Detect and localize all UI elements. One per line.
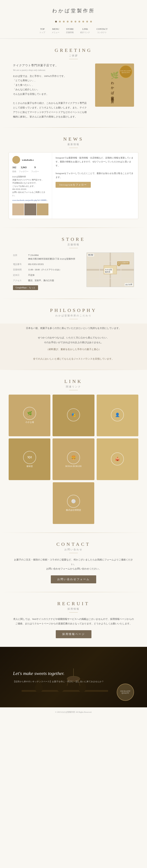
contact-section: CONTACT お問い合わせ お菓子のご注文・個別のご依頼・コラボのご提案など、… xyxy=(0,533,147,592)
nav-contact-en: CONTACT xyxy=(96,28,108,30)
link-item-7-inner: ⚪ 株式会社明明堂 xyxy=(66,495,81,512)
link-icon-5: 🍔 xyxy=(71,455,76,460)
link-icon-circle-6: 🎪 xyxy=(111,453,124,465)
greeting-heading: テイクアウト専門洋菓子店です。 xyxy=(13,63,89,67)
store-info: 住所 〒216-0004神奈川県川崎市宮前区鷺沼1丁目 わかば堂製作所 電話番号… xyxy=(13,252,82,290)
link-item-4[interactable]: 🍽 食味堂 xyxy=(9,438,50,480)
dot-7 xyxy=(79,21,80,23)
recruit-section: RECRUIT 採用情報 求人に関しては、Webサイトのリクナビや就職情報サービ… xyxy=(0,592,147,647)
nav-top-jp: トップ xyxy=(39,31,45,34)
link-item-5[interactable]: 🍔 BOSSA BURGER xyxy=(53,438,94,480)
news-title-en: NEWS xyxy=(0,136,147,142)
store-address-row: 住所 〒216-0004神奈川県川崎市宮前区鷺沼1丁目 わかば堂製作所 xyxy=(13,252,82,261)
store-map: ★ わかば堂製作所 鷺沼駅 あざみ野 わかば堂製作所 xyxy=(86,252,134,290)
nav-top[interactable]: TOP トップ xyxy=(39,27,45,34)
store-content: 住所 〒216-0004神奈川県川崎市宮前区鷺沼1丁目 わかば堂製作所 電話番号… xyxy=(13,252,134,290)
link-item-2[interactable]: 🎭 xyxy=(53,395,94,436)
map-label-2: あざみ野 xyxy=(125,283,133,286)
instagram-handle: wakabado.s xyxy=(22,158,34,161)
instagram-profile: wakabado.s xyxy=(12,156,49,164)
store-hours-value: 11:00 - 18:00（テイクアウトのみ） xyxy=(28,267,82,272)
link-icon-circle-4: 🍽 xyxy=(23,451,36,464)
recruit-header: RECRUIT 採用情報 xyxy=(0,592,147,617)
site-footer: © 2023 わかば堂製作所 All Rights Reserved. xyxy=(0,707,147,717)
link-item-1[interactable]: 🌿 小さな場 xyxy=(9,395,50,436)
nav-link[interactable]: LINK 紹介リンク xyxy=(80,27,90,34)
dot-3 xyxy=(63,21,65,23)
dot-5 xyxy=(71,21,72,23)
store-table: 住所 〒216-0004神奈川県川崎市宮前区鷺沼1丁目 わかば堂製作所 電話番号… xyxy=(13,252,82,283)
store-header: STORE 店舗情報 xyxy=(0,228,147,252)
nav-contact[interactable]: CONTACT コンタクト xyxy=(96,27,108,34)
contact-title-en: CONTACT xyxy=(0,541,147,547)
contact-header: CONTACT お問い合わせ xyxy=(0,533,147,557)
news-header: NEWS 最新情報 xyxy=(0,128,147,152)
footer-sub-text: 【近所から来やすいキッチンスペース】お菓子を作に・学びに・話し合いに来てみません… xyxy=(13,680,104,684)
instagram-follow-button[interactable]: Instagramをフォロー xyxy=(56,182,91,188)
dot-1 xyxy=(55,21,57,23)
contact-title-jp: お問い合わせ xyxy=(0,548,147,551)
site-title: わかば堂製作所 xyxy=(4,6,143,15)
instagram-fb-link[interactable]: www.facebook.com/profile.php?id=100089..… xyxy=(12,199,49,201)
nav-store[interactable]: STORE 店舗情報 xyxy=(66,27,74,34)
insta-posts-count: 162 xyxy=(12,166,16,169)
store-holiday-label: 定休日 xyxy=(13,272,28,278)
link-item-6[interactable]: 🎪 xyxy=(97,438,138,480)
store-phone-label: 電話番号 xyxy=(13,261,28,267)
dot-4 xyxy=(67,21,68,23)
link-icon-circle-7: ⚪ xyxy=(67,495,80,508)
store-holiday-value: 不定休 xyxy=(28,272,82,278)
store-address-value: 〒216-0004神奈川県川崎市宮前区鷺沼1丁目 わかば堂製作所 xyxy=(28,252,82,261)
link-icon-2: 🎭 xyxy=(71,412,76,417)
link-item-7[interactable]: ⚪ 株式会社明明堂 xyxy=(53,482,94,524)
greeting-image-box: EXCELLENTQUALITY 🌿 わかば堂製作所 xyxy=(95,63,134,107)
link-row-3: ⚪ 株式会社明明堂 xyxy=(9,482,138,524)
greeting-header: GREETING ご挨拶 xyxy=(0,39,147,63)
store-phone-row: 電話番号 092-XXX-XXXX xyxy=(13,261,82,267)
link-icon-circle-5: 🍔 xyxy=(67,451,80,464)
badge-text: EXCELLENTQUALITY xyxy=(120,70,131,73)
insta-followers-stat: 3,943 フォロワー xyxy=(19,166,29,173)
philosophy-header: PHILOSOPHY わかば堂製作所のこだわり xyxy=(0,299,147,323)
link-icon-circle-2: 🎭 xyxy=(67,408,80,422)
link-item-3[interactable]: 👤 xyxy=(97,395,138,436)
insta-followers-label: フォロワー xyxy=(19,170,29,173)
nav-menu[interactable]: MENU メニュー xyxy=(52,27,59,34)
contact-form-button[interactable]: お問い合わせフォーム xyxy=(51,576,96,583)
nav-link-jp: 紹介リンク xyxy=(80,31,90,34)
store-address-label: 住所 xyxy=(13,252,28,261)
link-item-6-inner: 🎪 xyxy=(111,453,124,466)
link-item-7-name: 株式会社明明堂 xyxy=(66,508,81,512)
nav-menu-en: MENU xyxy=(52,28,59,30)
recruit-page-button[interactable]: 採用情報ページ xyxy=(56,630,91,638)
copyright: © 2023 わかば堂製作所 All Rights Reserved. xyxy=(55,711,92,713)
map-label-1: 鷺沼駅 xyxy=(88,253,94,256)
news-section: NEWS 最新情報 wakabado.s 162 投稿 3,943 フォロワー xyxy=(0,128,147,227)
link-title-jp: 関連リンク xyxy=(0,385,147,388)
link-icon-circle-1: 🌿 xyxy=(23,407,36,420)
store-name-vertical: わかば堂製作所 xyxy=(110,80,114,99)
greeting-text: テイクアウト専門洋菓子店です。 We are a pastry shop onl… xyxy=(13,63,89,119)
news-divider xyxy=(69,148,78,148)
link-item-4-inner: 🍽 食味堂 xyxy=(23,451,36,468)
insta-photo-3[interactable] xyxy=(37,204,49,215)
link-icon-7: ⚪ xyxy=(71,499,76,504)
link-item-5-name: BOSSA BURGER xyxy=(65,465,82,467)
google-maps-button[interactable]: GoogleMaps：もっと xyxy=(13,285,38,290)
instagram-photos xyxy=(12,204,49,215)
link-item-4-name: 食味堂 xyxy=(26,465,33,468)
nav-top-en: TOP xyxy=(40,28,45,30)
insta-photo-1[interactable] xyxy=(12,204,24,215)
dot-10 xyxy=(90,21,92,23)
greeting-image: EXCELLENTQUALITY 🌿 わかば堂製作所 xyxy=(95,63,134,107)
greeting-image-inner: 🌿 わかば堂製作所 xyxy=(110,71,119,99)
map-station-label: わかば堂製作所 xyxy=(105,268,113,273)
greeting-title-jp: ご挨拶 xyxy=(0,54,147,57)
greeting-title-en: GREETING xyxy=(0,48,147,53)
recruit-title-en: RECRUIT xyxy=(0,601,147,607)
insta-photo-2[interactable] xyxy=(24,204,36,215)
link-item-1-name: 小さな場 xyxy=(25,421,34,424)
link-grid: 🌿 小さな場 🎭 👤 xyxy=(9,395,138,524)
philosophy-section: PHILOSOPHY わかば堂製作所のこだわり 日本をパ道、焼菓子を多くの方に喜… xyxy=(0,299,147,370)
greeting-body: わかば堂では、主に手作り、100%の手作りです。「とても美味しい」、「また食べた… xyxy=(13,74,89,119)
